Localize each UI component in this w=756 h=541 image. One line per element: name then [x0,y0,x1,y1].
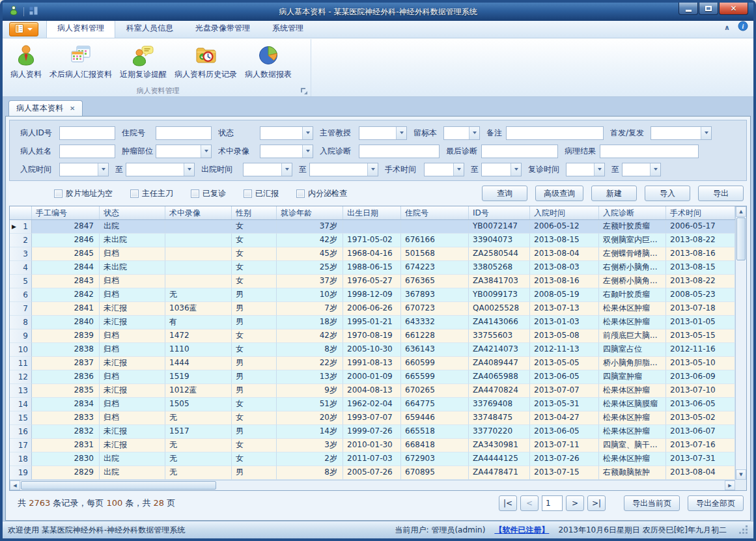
checkbox-box-icon[interactable] [130,189,139,198]
horizontal-scrollbar[interactable]: ◀ ▶ [10,480,735,490]
column-header-surgery-video[interactable]: 术中录像 [165,206,232,219]
checkbox-box-icon[interactable] [244,189,252,198]
column-header-admission-date[interactable]: 入院时间 [530,206,599,219]
followup-date-from-select[interactable] [566,163,605,176]
horizontal-scroll-track[interactable] [217,480,725,490]
ribbon-button-patient-data[interactable]: 病人资料 [7,41,46,81]
next-page-button[interactable]: > [566,495,584,511]
admission-date-from-select[interactable] [59,163,109,176]
chevron-down-icon[interactable] [469,127,479,139]
ribbon-button-patient-history[interactable]: 病人资料历史记录 [171,41,241,81]
info-icon[interactable]: i [738,21,748,34]
column-header-admission-diagnosis[interactable]: 入院诊断 [599,206,666,219]
surgery-video-select[interactable] [260,145,313,158]
specimen-kept-select[interactable] [443,126,480,140]
table-row[interactable]: 92839归档1472女42岁1970-08-19661228337556032… [10,329,735,343]
app-menu-button[interactable] [9,22,38,36]
column-header-birth-date[interactable]: 出生日期 [343,206,401,219]
layout-icon[interactable] [29,6,38,18]
chevron-down-icon[interactable] [453,163,464,176]
last-page-button[interactable]: >| [587,495,606,511]
export-button[interactable]: 导出 [698,186,744,201]
chevron-down-icon[interactable] [281,163,292,176]
chevron-down-icon[interactable] [650,163,660,176]
chevron-down-icon[interactable] [701,127,711,139]
advanced-query-button[interactable]: 高级查询 [535,186,583,201]
table-row[interactable]: 162832未汇报1517男14岁1999-07-266655183377022… [10,425,735,439]
column-header-gender[interactable]: 性别 [232,206,277,219]
surgery-date-to-select[interactable] [481,163,522,176]
chevron-down-icon[interactable] [98,163,108,176]
final-diagnosis-input[interactable] [481,145,558,158]
checkbox-revisited[interactable]: 已复诊 [191,188,226,199]
table-row[interactable]: 62842归档无男10岁1998-12-09367893YB0099173200… [10,288,735,302]
admission-date-to-select[interactable] [126,163,195,176]
chevron-down-icon[interactable] [201,145,211,158]
patient-name-input[interactable] [59,145,115,158]
ribbon-button-revisit-reminder[interactable]: 近期复诊提醒 [116,41,171,81]
column-header-admission-no[interactable]: 住院号 [401,206,469,219]
chief-professor-select[interactable] [359,126,407,140]
pathology-result-input[interactable] [600,145,699,158]
export-current-page-button[interactable]: 导出当前页 [624,495,680,511]
patient-id-input[interactable] [59,126,115,140]
chevron-down-icon[interactable] [367,163,378,176]
table-row[interactable]: 142834归档1505女51岁1962-02-0466477533769408… [10,398,735,411]
scroll-left-icon[interactable]: ◀ [10,480,20,490]
table-row[interactable]: 132835未汇报1012蓝男9岁2004-08-13670265ZA44708… [10,384,735,398]
column-header-visit-age[interactable]: 就诊年龄 [277,206,343,219]
ribbon-tab-disc-tape-mgmt[interactable]: 光盘录像带管理 [184,20,261,38]
discharge-date-from-select[interactable] [243,163,292,176]
table-row[interactable]: 182830出院无女2岁2011-07-03672903ZA4444125201… [10,452,735,466]
surgery-date-from-select[interactable] [424,163,464,176]
table-row[interactable]: 52843归档女37岁1976-05-27676365ZA38417032013… [10,275,735,288]
admission-diagnosis-input[interactable] [359,145,440,158]
table-row[interactable]: 22846未出院女42岁1971-05-02676166339040732013… [10,234,735,247]
page-number-input[interactable] [542,495,563,511]
checkbox-endocrine-exam[interactable]: 内分泌检查 [296,188,347,199]
table-row[interactable]: 172831未汇报无女3岁2010-01-30668418ZA343098120… [10,439,735,452]
tumor-site-select[interactable] [156,145,212,158]
checkbox-chief-surgeon[interactable]: 主任主刀 [130,188,173,199]
table-row[interactable]: 82840未汇报有男18岁1995-01-21643332ZA414306620… [10,316,735,329]
minimize-button[interactable] [679,3,698,15]
table-row[interactable]: 72841未汇报1036蓝男7岁2006-06-26670723QA002552… [10,302,735,316]
horizontal-scroll-thumb[interactable] [21,481,216,490]
column-header-status[interactable]: 状态 [100,206,165,219]
scroll-up-icon[interactable]: ▲ [736,206,746,217]
chevron-down-icon[interactable] [511,163,521,176]
first-page-button[interactable]: |< [499,495,517,511]
checkbox-box-icon[interactable] [296,189,305,198]
ribbon-button-patient-data-report[interactable]: 病人数据报表 [241,41,296,81]
chevron-down-icon[interactable] [302,145,313,158]
table-row[interactable]: 42844未出院女25岁1988-06-15674223338052682013… [10,261,735,275]
resize-grip-icon[interactable] [740,526,748,534]
import-button[interactable]: 导入 [645,186,690,201]
remark-input[interactable] [506,126,604,140]
table-row[interactable]: 102838归档1110女8岁2005-10-30636143ZA4214073… [10,343,735,357]
document-tab-patient-basic-data[interactable]: 病人基本资料 ✕ [8,100,83,116]
chevron-down-icon[interactable] [594,163,604,176]
table-row[interactable]: 192829出院无男8岁2005-07-26670895ZA4478471201… [10,466,735,480]
ribbon-button-postop-report-data[interactable]: 术后病人汇报资料 [46,41,116,81]
column-header-row-indicator[interactable] [10,206,32,219]
table-row[interactable]: 152833归档无女20岁1993-07-0765944633748475201… [10,411,735,425]
tab-close-icon[interactable]: ✕ [70,105,75,112]
table-row[interactable]: ▶12847出院女37岁YB00721472006-05-12左额叶胶质瘤200… [10,220,735,234]
maximize-button[interactable] [699,3,718,15]
export-all-pages-button[interactable]: 导出全部页 [688,495,744,511]
vertical-scroll-thumb[interactable] [736,217,746,260]
column-header-manual-no[interactable]: 手工编号 [32,206,100,219]
vertical-scrollbar[interactable]: ▲ ▼ [735,206,746,480]
close-button[interactable]: ✕ [719,3,748,15]
followup-date-to-select[interactable] [622,163,661,176]
new-button[interactable]: 新建 [591,186,637,201]
checkbox-box-icon[interactable] [54,189,63,198]
query-button[interactable]: 查询 [482,186,527,201]
chevron-down-icon[interactable] [184,163,194,176]
first-or-relapse-select[interactable] [651,126,712,140]
checkbox-box-icon[interactable] [191,189,199,198]
table-row[interactable]: 112837未汇报1444男22岁1991-08-13660599ZA40894… [10,357,735,370]
collapse-ribbon-icon[interactable]: ∧ [724,24,730,31]
table-row[interactable]: 32845归档女45岁1968-04-16501568ZA25805442013… [10,247,735,261]
